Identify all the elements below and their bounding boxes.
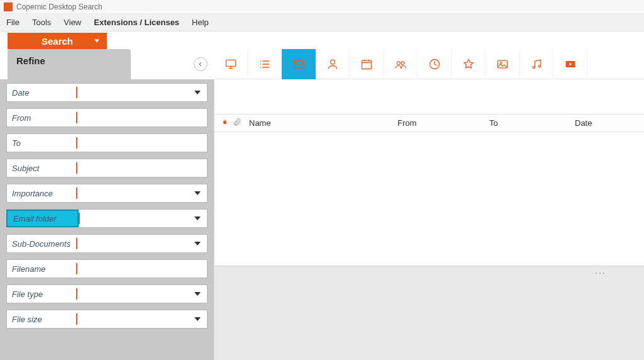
app-title: Copernic Desktop Search — [16, 3, 103, 11]
category-music[interactable] — [519, 49, 553, 79]
refine-input[interactable] — [77, 184, 207, 202]
svg-point-2 — [330, 60, 335, 64]
column-header-to[interactable]: To — [489, 118, 571, 128]
category-email[interactable] — [282, 49, 316, 79]
refine-label: To — [7, 138, 76, 148]
menu-tools[interactable]: Tools — [32, 18, 51, 27]
refine-input[interactable] — [77, 84, 207, 101]
refine-label: File type — [7, 290, 76, 299]
back-icon[interactable] — [194, 57, 208, 71]
svg-rect-0 — [226, 60, 235, 66]
chevron-down-icon[interactable] — [194, 191, 201, 195]
category-list[interactable] — [248, 49, 282, 79]
category-video[interactable] — [553, 49, 587, 79]
search-row: Search — [0, 31, 644, 49]
category-spacer — [131, 49, 214, 79]
results-header: Name From To Date — [214, 115, 644, 132]
refine-label: From — [7, 113, 76, 123]
refine-field-from[interactable]: From — [6, 108, 208, 127]
chevron-down-icon[interactable] — [194, 242, 201, 245]
search-button[interactable]: Search — [8, 33, 107, 49]
refine-input[interactable] — [77, 159, 207, 177]
menu-extensions[interactable]: Extensions / Licenses — [94, 18, 179, 27]
title-bar: Copernic Desktop Search — [0, 0, 644, 14]
chevron-down-icon[interactable] — [194, 292, 201, 296]
category-picture[interactable] — [486, 49, 519, 79]
menu-file[interactable]: File — [6, 18, 19, 27]
category-favorite[interactable] — [452, 49, 486, 79]
svg-point-5 — [401, 61, 404, 64]
refine-field-date[interactable]: Date — [6, 83, 208, 102]
refine-input[interactable] — [77, 109, 207, 127]
svg-point-4 — [397, 61, 400, 64]
refine-label: Date — [7, 88, 76, 98]
svg-rect-1 — [294, 60, 303, 68]
attachment-icon[interactable] — [233, 118, 242, 128]
column-header-from[interactable]: From — [397, 118, 486, 128]
refine-tab[interactable]: Refine — [8, 49, 131, 79]
refine-field-importance[interactable]: Importance — [6, 184, 208, 203]
refine-input[interactable] — [77, 235, 207, 252]
category-row: Refine — [0, 49, 644, 79]
refine-label: Filename — [7, 264, 76, 274]
category-icons — [214, 49, 644, 79]
chevron-down-icon[interactable] — [194, 217, 201, 220]
svg-point-10 — [538, 65, 540, 67]
refine-input[interactable] — [80, 210, 207, 227]
main-area: Date From To Subject Importance — [0, 79, 644, 360]
refine-label: Email folder — [8, 214, 77, 223]
menu-help[interactable]: Help — [192, 18, 209, 27]
app-logo-icon — [4, 3, 13, 11]
refine-label: Subject — [7, 164, 76, 173]
menu-bar: File Tools View Extensions / Licenses He… — [0, 14, 644, 31]
refine-input[interactable] — [77, 260, 207, 278]
refine-field-filename[interactable]: Filename — [6, 259, 208, 278]
svg-point-9 — [533, 66, 535, 68]
chevron-down-icon[interactable] — [194, 317, 201, 321]
refine-field-subject[interactable]: Subject — [6, 159, 208, 177]
column-header-date[interactable]: Date — [575, 118, 644, 128]
category-history[interactable] — [418, 49, 452, 79]
refine-field-email-folder[interactable]: Email folder — [6, 209, 208, 228]
results-toolbar-blank — [214, 79, 644, 115]
chevron-down-icon — [94, 40, 99, 43]
refine-label: File size — [7, 315, 76, 324]
category-calendar[interactable] — [350, 49, 384, 79]
refine-label: Importance — [7, 189, 76, 198]
results-body — [214, 132, 644, 266]
results-pane: Name From To Date ··· — [214, 79, 644, 360]
category-contact[interactable] — [316, 49, 350, 79]
refine-input[interactable] — [77, 134, 207, 152]
refine-title: Refine — [16, 55, 45, 66]
refine-field-to[interactable]: To — [6, 133, 208, 152]
refine-input[interactable] — [77, 310, 207, 328]
refine-label: Sub-Documents — [7, 239, 76, 249]
category-desktop[interactable] — [214, 49, 248, 79]
chevron-down-icon[interactable] — [194, 91, 201, 94]
preview-menu-icon[interactable]: ··· — [595, 267, 606, 278]
menu-view[interactable]: View — [64, 18, 81, 27]
refine-field-file-type[interactable]: File type — [6, 284, 208, 303]
category-teams[interactable] — [384, 49, 418, 79]
svg-rect-3 — [362, 60, 371, 69]
refine-field-file-size[interactable]: File size — [6, 310, 208, 329]
refine-field-sub-documents[interactable]: Sub-Documents — [6, 234, 208, 253]
preview-pane: ··· — [214, 266, 644, 360]
column-header-name[interactable]: Name — [249, 118, 394, 128]
refine-input[interactable] — [77, 285, 207, 303]
search-button-label: Search — [42, 36, 73, 47]
relevance-icon[interactable] — [221, 118, 229, 128]
svg-point-8 — [499, 62, 501, 64]
refine-sidebar: Date From To Subject Importance — [0, 79, 214, 360]
